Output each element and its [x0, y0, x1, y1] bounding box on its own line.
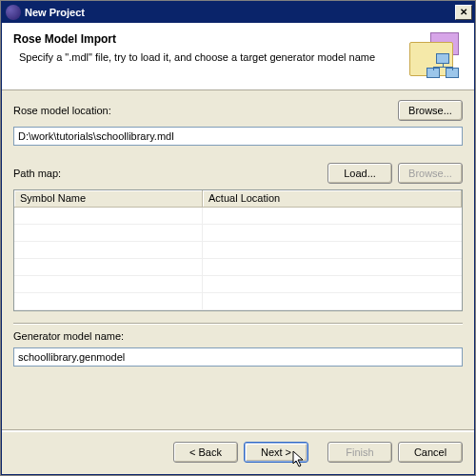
rose-location-input[interactable]: [13, 127, 463, 146]
page-subtitle: Specify a ".mdl" file, try to load it, a…: [13, 51, 402, 63]
table-row[interactable]: [14, 242, 462, 259]
generator-name-input[interactable]: [13, 347, 463, 367]
column-symbol-name[interactable]: Symbol Name: [14, 190, 203, 208]
wizard-header: Rose Model Import Specify a ".mdl" file,…: [2, 23, 474, 90]
titlebar[interactable]: New Project ✕: [2, 2, 474, 23]
rose-location-label: Rose model location:: [13, 105, 111, 116]
table-row[interactable]: [14, 225, 462, 242]
wizard-body: Rose model location: Browse... Path map:…: [2, 90, 474, 429]
path-map-table[interactable]: Symbol Name Actual Location: [13, 189, 463, 311]
table-row[interactable]: [14, 276, 462, 293]
column-actual-location[interactable]: Actual Location: [203, 190, 462, 208]
close-icon[interactable]: ✕: [455, 5, 472, 20]
generator-name-label: Generator model name:: [13, 330, 124, 342]
path-map-label: Path map:: [13, 168, 61, 179]
load-button[interactable]: Load...: [327, 163, 392, 184]
wizard-footer: < Back Next > Finish Cancel: [2, 431, 474, 474]
table-row[interactable]: [14, 208, 462, 225]
window-title: New Project: [25, 7, 455, 18]
wizard-banner-icon: [409, 32, 463, 82]
dialog-window: New Project ✕ Rose Model Import Specify …: [1, 1, 475, 475]
path-map-rows: [14, 208, 462, 310]
table-row[interactable]: [14, 293, 462, 310]
finish-button: Finish: [327, 442, 392, 463]
browse-button[interactable]: Browse...: [398, 100, 463, 121]
page-title: Rose Model Import: [13, 32, 402, 46]
next-button[interactable]: Next >: [244, 442, 308, 463]
table-row[interactable]: [14, 259, 462, 276]
cancel-button[interactable]: Cancel: [398, 442, 463, 463]
separator: [13, 323, 463, 325]
eclipse-icon: [6, 5, 21, 20]
back-button[interactable]: < Back: [173, 442, 238, 463]
browse-path-button: Browse...: [398, 163, 463, 184]
